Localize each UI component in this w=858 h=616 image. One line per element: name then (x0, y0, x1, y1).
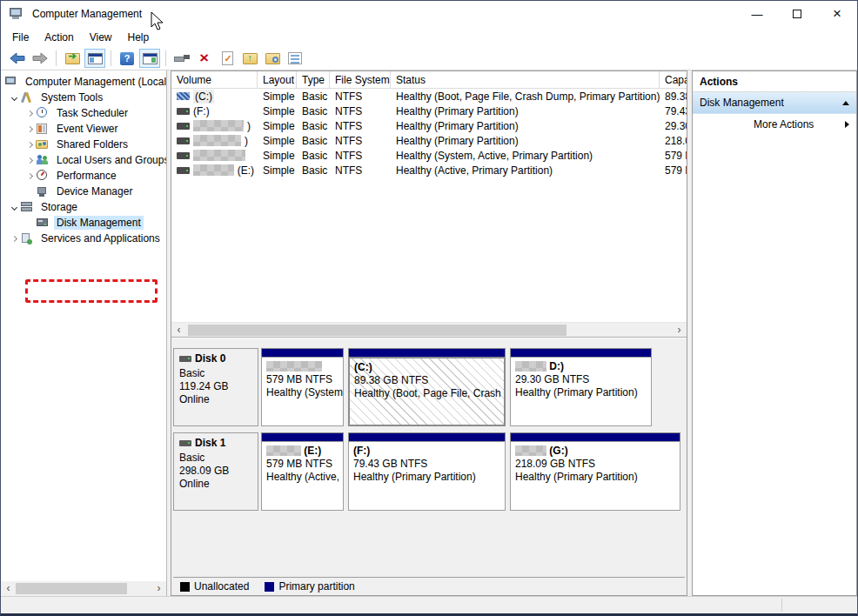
scroll-left-icon[interactable]: ‹ (171, 323, 186, 338)
chevron-down-icon[interactable] (8, 96, 20, 100)
tree-item-task-scheduler[interactable]: Task Scheduler (1, 105, 166, 121)
help-button[interactable]: ? (117, 49, 137, 68)
chevron-right-icon[interactable] (23, 127, 36, 131)
attach-vhd-icon (174, 54, 190, 63)
column-header-file-system[interactable]: File System (330, 71, 391, 88)
column-header-capacity[interactable]: Capa (660, 71, 687, 88)
disk1-partition-e[interactable]: (E:) 579 MB NTFS Healthy (Active, (261, 432, 344, 511)
tree-item-services-and-applications[interactable]: Services and Applications (1, 231, 166, 246)
help-icon: ? (120, 52, 134, 65)
explore-button[interactable] (262, 49, 283, 68)
scroll-right-icon[interactable]: › (672, 323, 687, 338)
disk1-partition-f[interactable]: (F:) 79.43 GB NTFS Healthy (Primary Part… (348, 432, 506, 511)
tree-horizontal-scrollbar[interactable]: ‹ › (1, 581, 166, 596)
tree-item-disk-management[interactable]: Disk Management (1, 215, 166, 231)
volume-row-system[interactable]: Simple Basic NTFS Healthy (System, Activ… (171, 148, 687, 163)
primary-partition-color-bar (348, 348, 506, 357)
actions-pane: Actions Disk Management More Actions (692, 70, 857, 596)
tree-item-computer-management[interactable]: Computer Management (Local (1, 74, 166, 90)
tree-item-shared-folders[interactable]: Shared Folders (1, 137, 166, 152)
details-button[interactable] (285, 49, 305, 68)
disk0-label-box[interactable]: Disk 0 Basic 119.24 GB Online (173, 348, 258, 426)
tree-item-event-viewer[interactable]: Event Viewer (1, 121, 166, 137)
attach-vhd-button[interactable] (171, 49, 192, 68)
chevron-right-icon[interactable] (23, 111, 36, 116)
disk0-partition-d[interactable]: D:) 29.30 GB NTFS Healthy (Primary Parti… (510, 348, 652, 426)
partition-status: Healthy (System (266, 386, 339, 399)
chevron-right-icon[interactable] (23, 158, 36, 163)
properties-button[interactable]: ✓ (217, 49, 238, 68)
scrollbar-thumb[interactable] (16, 583, 127, 594)
primary-partition-color-bar (510, 348, 652, 357)
explore-folder-icon (265, 53, 280, 64)
column-header-volume[interactable]: Volume (171, 71, 258, 88)
volume-row-f[interactable]: (F:) Simple Basic NTFS Healthy (Primary … (171, 104, 687, 118)
export-list-button[interactable]: ➔ (62, 49, 83, 68)
collapse-chevron-icon[interactable] (842, 101, 849, 105)
close-button[interactable]: × (817, 1, 857, 27)
partition-size: 89.38 GB NTFS (354, 374, 499, 387)
column-header-type[interactable]: Type (297, 71, 330, 88)
more-actions-item[interactable]: More Actions (693, 114, 856, 135)
tree-item-device-manager[interactable]: Device Manager (1, 184, 166, 199)
disk-kind: Basic (179, 367, 252, 380)
redacted-volume-name (193, 135, 241, 146)
tree-item-system-tools[interactable]: System Tools (1, 90, 166, 105)
menu-file[interactable]: File (4, 29, 37, 46)
action-pane-icon (143, 53, 158, 64)
show-action-pane-button[interactable] (139, 49, 160, 68)
show-console-tree-button[interactable] (84, 49, 105, 68)
volume-row-e[interactable]: (E:) Simple Basic NTFS Healthy (Active, … (171, 163, 687, 177)
users-icon (36, 154, 50, 166)
menu-help[interactable]: Help (120, 29, 158, 46)
volume-row-d[interactable]: ) Simple Basic NTFS Healthy (Primary Par… (171, 118, 687, 133)
scroll-right-icon[interactable]: › (151, 581, 166, 596)
chevron-right-icon[interactable] (23, 143, 36, 147)
tree-item-label: Computer Management (Local (23, 75, 166, 89)
tree-item-storage[interactable]: Storage (1, 199, 166, 215)
status-bar-separator (781, 599, 782, 612)
tree-item-local-users-and-groups[interactable]: Local Users and Groups (1, 152, 166, 168)
back-button[interactable] (7, 49, 28, 68)
toolbar-separator (56, 50, 57, 66)
delete-button[interactable]: × (194, 49, 215, 68)
volume-name: ) (247, 120, 251, 132)
tree-item-label: Performance (54, 169, 119, 183)
disk1-label-box[interactable]: Disk 1 Basic 298.09 GB Online (173, 432, 258, 511)
legend-label: Unallocated (194, 580, 249, 593)
menu-action[interactable]: Action (37, 29, 81, 46)
chevron-down-icon[interactable] (8, 205, 20, 210)
column-header-status[interactable]: Status (391, 71, 660, 88)
computer-icon (4, 76, 18, 88)
volume-list-horizontal-scrollbar[interactable]: ‹ › (171, 322, 687, 337)
main-area: Computer Management (Local System Tools … (1, 70, 857, 596)
volume-row-g[interactable]: ) Simple Basic NTFS Healthy (Primary Par… (171, 133, 687, 148)
scrollbar-thumb[interactable] (188, 325, 566, 336)
back-arrow-icon (10, 52, 25, 64)
disk0-partition-c[interactable]: (C:) 89.38 GB NTFS Healthy (Boot, Page F… (348, 348, 506, 426)
disk-size: 298.09 GB (179, 465, 252, 478)
up-level-button[interactable]: ↑ (239, 49, 260, 68)
disk0-partition-system[interactable]: 579 MB NTFS Healthy (System (261, 348, 344, 426)
disk-size: 119.24 GB (179, 380, 252, 393)
volume-row-c[interactable]: (C:) Simple Basic NTFS Healthy (Boot, Pa… (171, 89, 687, 104)
maximize-button[interactable] (777, 1, 817, 27)
minimize-button[interactable]: — (737, 1, 777, 27)
volume-status: Healthy (Primary Partition) (391, 135, 660, 147)
scroll-left-icon[interactable]: ‹ (1, 581, 16, 596)
volume-fs: NTFS (330, 135, 391, 147)
volume-icon (177, 123, 190, 130)
pane-splitter[interactable] (171, 337, 687, 344)
tree-item-performance[interactable]: Performance (1, 168, 166, 184)
chevron-right-icon[interactable] (23, 174, 36, 178)
disk-management-action-group[interactable]: Disk Management (693, 92, 856, 114)
volume-capacity: 29.30 (660, 120, 687, 132)
column-header-layout[interactable]: Layout (258, 71, 297, 88)
volume-status: Healthy (Primary Partition) (391, 105, 660, 117)
forward-button[interactable] (30, 49, 50, 68)
primary-partition-color-bar (261, 348, 344, 357)
menu-view[interactable]: View (82, 29, 120, 46)
volume-type: Basic (297, 164, 330, 177)
chevron-right-icon[interactable] (8, 237, 20, 241)
disk1-partition-g[interactable]: (G:) 218.09 GB NTFS Healthy (Primary Par… (510, 432, 680, 511)
